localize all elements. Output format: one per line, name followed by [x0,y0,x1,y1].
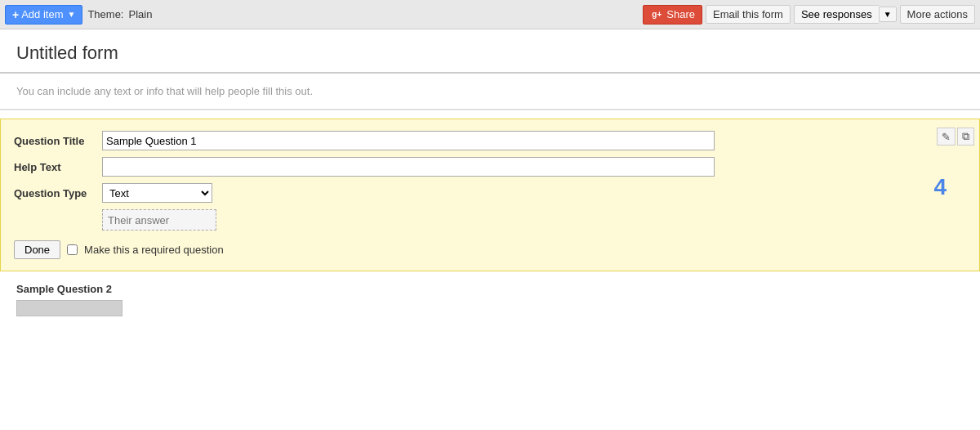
question-title-input[interactable] [102,131,715,150]
copy-icon: ⧉ [962,130,969,142]
toolbar-right: g+ Share Email this form See responses ▼… [643,5,975,25]
theme-label: Theme: [87,8,123,20]
help-text-input[interactable] [102,157,715,177]
plus-icon: + [12,8,19,21]
question-title-row: Question Title [14,131,966,150]
add-item-label: Add item [21,8,63,20]
question-type-row: Question Type Text Paragraph text Multip… [14,183,966,203]
email-form-button[interactable]: Email this form [706,5,791,24]
more-actions-label: More actions [907,8,968,20]
question-2-title: Sample Question 2 [16,283,964,295]
share-label: Share [666,8,695,20]
toolbar-left: + Add item ▼ Theme: Plain [5,5,152,25]
question-title-label: Question Title [14,135,96,147]
answer-preview-row [102,209,966,231]
theme-value[interactable]: Plain [128,8,152,20]
see-responses-label[interactable]: See responses [794,5,879,24]
answer-preview-input [102,209,216,231]
share-button[interactable]: g+ Share [643,5,702,25]
google-plus-icon: g+ [650,8,663,21]
main-content: Untitled form You can include any text o… [0,29,980,328]
done-button[interactable]: Done [14,240,60,259]
question-type-select[interactable]: Text Paragraph text Multiple choice Chec… [102,183,212,203]
pencil-icon: ✎ [942,131,951,143]
question-2-section: Sample Question 2 [0,271,980,328]
required-checkbox-label[interactable]: Make this a required question [84,244,224,256]
required-checkbox[interactable] [67,244,78,255]
email-form-label: Email this form [713,8,783,20]
form-title-section: Untitled form [0,29,980,74]
help-text-label: Help Text [14,161,96,173]
help-text-row: Help Text [14,157,966,177]
question-edit-section: ✎ ⧉ Question Title Help Text Question Ty… [0,119,980,271]
form-description[interactable]: You can include any text or info that wi… [16,82,964,101]
section-divider [0,110,980,110]
add-item-dropdown-arrow: ▼ [68,10,76,19]
more-actions-button[interactable]: More actions [900,5,975,24]
copy-button[interactable]: ⧉ [957,128,974,146]
done-row: Done Make this a required question [14,240,966,259]
number-badge: 4 [933,174,947,200]
see-responses-button[interactable]: See responses ▼ [794,5,897,24]
see-responses-dropdown-arrow[interactable]: ▼ [879,7,897,22]
edit-pencil-button[interactable]: ✎ [937,128,956,146]
toolbar: + Add item ▼ Theme: Plain g+ Share Email… [0,0,980,29]
question-2-input-preview [16,300,122,316]
question-type-label: Question Type [14,187,96,199]
form-description-section: You can include any text or info that wi… [0,74,980,110]
question-edit-icons: ✎ ⧉ [937,128,974,146]
done-label: Done [24,244,50,256]
form-title[interactable]: Untitled form [16,43,964,64]
add-item-button[interactable]: + Add item ▼ [5,5,82,25]
